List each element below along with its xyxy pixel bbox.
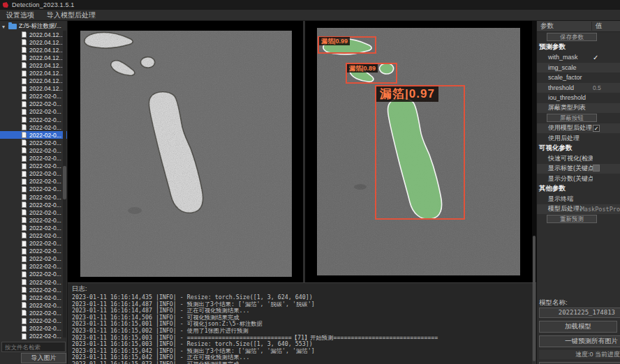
tree-item[interactable]: 2022-02-0... [0,271,67,278]
tree-item-label: 2022-02-0... [29,100,61,107]
tree-item[interactable]: 2022-02-0... [0,201,67,208]
tree-item[interactable]: 2022-02-0... [0,178,67,185]
file-icon [22,256,27,262]
tree-item[interactable]: 2022-02-0... [0,224,67,232]
file-icon [22,31,27,38]
tree-root-folder[interactable]: ▾ Z:/5-标注数据/... [0,22,67,31]
tree-item[interactable]: 2022-02-0... [0,325,67,333]
log-title: 日志: [72,285,532,294]
caret-down-icon[interactable]: ▾ [2,24,8,30]
tree-item[interactable]: 2022.04.12... [0,69,67,77]
tree-item-label: 2022-02-0... [29,209,61,216]
mask-types-button[interactable]: 屏蔽按钮 [547,114,597,122]
tree-item[interactable]: 2022.04.12... [0,38,67,46]
tree-item[interactable]: 2022-02-0... [0,139,67,146]
param-row[interactable]: scale_factor [537,73,620,83]
tree-item-label: 2022-02-0... [29,240,61,247]
tree-item-label: 2022-02-0... [29,279,61,286]
tree-root-label: Z:/5-标注数据/... [19,22,61,31]
tree-item[interactable]: 2022-02-0... [0,131,67,139]
tree-scrollbar-thumb[interactable] [63,166,66,199]
tree-item-label: 2022.04.12... [29,77,64,84]
save-params-button[interactable]: 保存参数 [547,33,597,41]
file-icon [22,171,27,177]
file-icon [22,302,27,308]
param-row[interactable]: 显示终端 [537,194,620,204]
tree-item[interactable]: 2022-02-0... [0,240,67,248]
tree-item[interactable]: 2022.04.12... [0,46,67,54]
param-row[interactable]: 屏蔽类型列表 [537,103,620,114]
param-label: img_scale [537,64,593,71]
tree-item[interactable]: 2022-02-0... [0,309,67,317]
filename-search-input[interactable] [1,342,66,352]
load-model-button[interactable]: 加载模型 [539,321,617,333]
tree-item[interactable]: 2022.04.12... [0,77,67,85]
tree-item-label: 2022-02-0... [29,302,61,309]
param-row[interactable]: iou_threshold [537,93,620,103]
param-row[interactable]: 模型后处理器MaskPostPro [537,204,620,215]
menu-settings[interactable]: 设置选项 [6,10,34,20]
file-tree[interactable]: ▾ Z:/5-标注数据/... 2022.04.12...2022.04.12.… [0,21,67,341]
viewer-area: 漏箔|0.99 漏箔|0.89 漏箔|0.97 日志: 2023-01-11 1… [68,21,536,364]
tree-item[interactable]: 2022-02-0... [0,170,67,178]
param-section-header: 其他参数 [537,184,620,195]
tree-item[interactable]: 2022-02-0... [0,185,67,193]
tree-item[interactable]: 2022.04.12... [0,54,67,61]
checkbox-empty-icon[interactable] [593,165,600,172]
tree-item[interactable]: 2022-02-0... [0,208,67,216]
tree-item[interactable]: 2022.04.12... [0,31,67,38]
param-row[interactable]: 显示标签(关键点) [537,164,620,174]
tree-item[interactable]: 2022-02-0... [0,294,67,301]
import-images-button[interactable]: 导入图片 [21,353,66,363]
model-name-field[interactable]: 20221225_174813 [539,308,620,318]
tree-item[interactable]: 2022-02-0... [0,248,67,255]
checkbox-checked-icon[interactable]: ✓ [593,125,600,132]
param-label: 使用后处理 [537,134,593,143]
source-image[interactable] [80,31,292,277]
tree-item[interactable]: 2022-02-0... [0,216,67,224]
tree-item[interactable]: 2022-02-0... [0,232,67,239]
tree-item[interactable]: 2022.04.12... [0,61,67,69]
tree-item[interactable]: 2022-02-0... [0,255,67,263]
tree-item-label: 2022-02-0... [29,93,61,100]
param-row[interactable]: 使用模型后处理✓ [537,123,620,134]
file-icon [22,163,27,169]
model-name-label: 模型名称: [539,298,620,308]
param-row[interactable]: img_scale [537,63,620,73]
tree-item-label: 2022-02-0... [29,271,61,278]
tree-item[interactable]: 2022-02-0... [0,193,67,201]
tree-item[interactable]: 2022-02-0... [0,301,67,309]
param-label: 显示终端 [537,195,593,204]
param-row[interactable]: threshold0.5 [537,83,620,93]
tree-item[interactable]: 2022-02-0... [0,116,67,123]
tree-item[interactable]: 2022.04.12... [0,85,67,93]
tree-item[interactable]: 2022-02-0... [0,123,67,131]
tree-item[interactable]: 2022-02-0... [0,317,67,324]
tree-item-label: 2022.04.12... [29,62,64,69]
tree-item[interactable]: 2022-02-0... [0,333,67,340]
param-row[interactable]: 显示分数(关键点) [537,174,620,184]
param-row[interactable]: 使用后处理 [537,133,620,144]
file-icon [22,47,27,53]
param-row[interactable]: with_mask✓ [537,52,620,63]
tree-item[interactable]: 2022-02-0... [0,263,67,271]
param-value: 0.5 [593,84,620,91]
tree-item-label: 2022.04.12... [29,47,64,54]
tree-item[interactable]: 2022-02-0... [0,146,67,154]
file-icon [22,248,27,255]
tree-scrollbar[interactable] [63,31,66,338]
tree-item[interactable]: 2022-02-0... [0,278,67,286]
menu-import-postprocess[interactable]: 导入模型后处理 [47,10,96,20]
prediction-image[interactable]: 漏箔|0.99 漏箔|0.89 漏箔|0.97 [317,28,520,275]
tree-item-label: 2022-02-0... [29,310,61,317]
tree-item[interactable]: 2022-02-0... [0,286,67,294]
tree-item[interactable]: 2022-02-0... [0,100,67,108]
tree-item[interactable]: 2022-02-0... [0,108,67,116]
re-predict-button[interactable]: 重新预测 [547,215,597,223]
param-row[interactable]: 快速可视化(检测) [537,153,620,164]
tree-item[interactable]: 2022-02-0... [0,162,67,170]
tree-item[interactable]: 2022-02-0... [0,93,67,100]
viewer-scrollbar-thumb[interactable] [533,236,536,361]
tree-item[interactable]: 2022-02-0... [0,155,67,162]
predict-all-button[interactable]: 一键预测所有图片 [539,335,620,347]
